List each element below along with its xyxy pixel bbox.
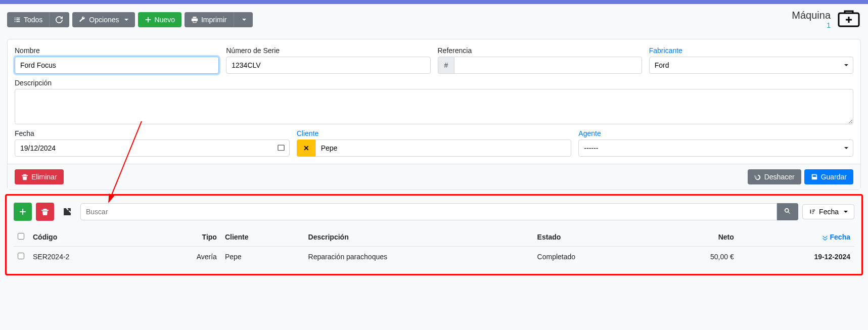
agente-select[interactable] (578, 139, 853, 157)
sort-label: Fecha (819, 208, 839, 216)
select-all-checkbox[interactable] (18, 233, 24, 240)
page-title: Máquina (792, 10, 831, 21)
sort-icon (809, 208, 816, 215)
refresh-button[interactable] (49, 12, 69, 27)
col-codigo[interactable]: Código (29, 228, 146, 247)
deshacer-label: Deshacer (764, 173, 795, 181)
search-button[interactable] (777, 203, 798, 220)
cliente-label[interactable]: Cliente (297, 129, 572, 137)
chevron-down-icon (844, 211, 848, 213)
fecha-label: Fecha (15, 129, 290, 137)
fecha-input[interactable] (15, 139, 290, 157)
list-icon (14, 16, 21, 23)
serie-label: Número de Serie (226, 46, 430, 55)
save-icon (811, 173, 818, 180)
search-icon (784, 208, 791, 215)
list-section: Fecha Código Tipo Cliente Descripción Es… (5, 194, 863, 275)
cliente-input[interactable] (315, 139, 572, 157)
page-id: 1 (792, 21, 831, 29)
col-cliente[interactable]: Cliente (221, 228, 304, 247)
guardar-label: Guardar (821, 173, 847, 181)
trash-icon (21, 173, 28, 180)
clear-cliente-button[interactable]: ✕ (297, 139, 315, 157)
serie-input[interactable] (226, 57, 430, 74)
records-table: Código Tipo Cliente Descripción Estado N… (14, 228, 854, 267)
wrench-icon (79, 16, 86, 23)
col-descripcion[interactable]: Descripción (304, 228, 533, 247)
agente-label[interactable]: Agente (578, 129, 853, 137)
cell-cliente: Pepe (221, 247, 304, 267)
external-link-icon (63, 208, 71, 216)
form-card: Nombre Número de Serie Referencia # Fabr… (7, 39, 861, 190)
fabricante-label[interactable]: Fabricante (649, 46, 853, 55)
opciones-label: Opciones (89, 16, 119, 24)
referencia-input[interactable] (454, 57, 642, 74)
delete-row-button[interactable] (36, 203, 54, 221)
nuevo-button[interactable]: Nuevo (138, 12, 181, 27)
imprimir-button[interactable]: Imprimir (185, 12, 234, 27)
nombre-label: Nombre (15, 46, 219, 55)
undo-icon (754, 173, 761, 180)
col-fecha[interactable]: Fecha (738, 228, 854, 247)
plus-icon (19, 208, 27, 216)
col-tipo[interactable]: Tipo (146, 228, 221, 247)
col-neto[interactable]: Neto (655, 228, 738, 247)
cell-codigo: SER2024-2 (29, 247, 146, 267)
search-input[interactable] (80, 203, 777, 220)
chevron-double-down-icon (822, 234, 828, 241)
descripcion-label: Descripción (15, 79, 853, 87)
refresh-icon (56, 16, 63, 23)
eliminar-button[interactable]: Eliminar (15, 169, 64, 184)
cell-neto: 50,00 € (655, 247, 738, 267)
sort-button[interactable]: Fecha (802, 204, 854, 219)
imprimir-dropdown[interactable] (234, 12, 253, 27)
guardar-button[interactable]: Guardar (804, 169, 853, 184)
deshacer-button[interactable]: Deshacer (748, 169, 801, 184)
print-icon (191, 16, 198, 23)
hash-icon: # (438, 57, 454, 74)
table-row[interactable]: SER2024-2 Avería Pepe Reparación paracho… (14, 247, 854, 267)
todos-label: Todos (24, 16, 42, 24)
descripcion-input[interactable] (15, 89, 853, 124)
row-checkbox[interactable] (18, 253, 24, 259)
cell-descripcion: Reparación parachoques (304, 247, 533, 267)
cell-fecha: 19-12-2024 (738, 247, 854, 267)
fabricante-select[interactable] (649, 57, 853, 74)
imprimir-label: Imprimir (201, 16, 227, 24)
todos-button[interactable]: Todos (7, 12, 49, 27)
referencia-label: Referencia (438, 46, 642, 55)
cell-tipo: Avería (146, 247, 221, 267)
main-toolbar: Todos Opciones Nuevo Imprimir M (0, 4, 868, 35)
chevron-down-icon (242, 19, 246, 21)
plus-icon (145, 16, 152, 23)
trash-icon (41, 208, 49, 216)
cell-estado: Completado (533, 247, 655, 267)
open-external-button[interactable] (58, 203, 76, 221)
opciones-button[interactable]: Opciones (72, 12, 134, 27)
medkit-icon (837, 9, 861, 30)
nombre-input[interactable] (15, 57, 219, 74)
eliminar-label: Eliminar (31, 173, 57, 181)
chevron-down-icon (124, 19, 128, 21)
add-row-button[interactable] (14, 203, 32, 221)
nuevo-label: Nuevo (155, 16, 175, 24)
col-estado[interactable]: Estado (533, 228, 655, 247)
